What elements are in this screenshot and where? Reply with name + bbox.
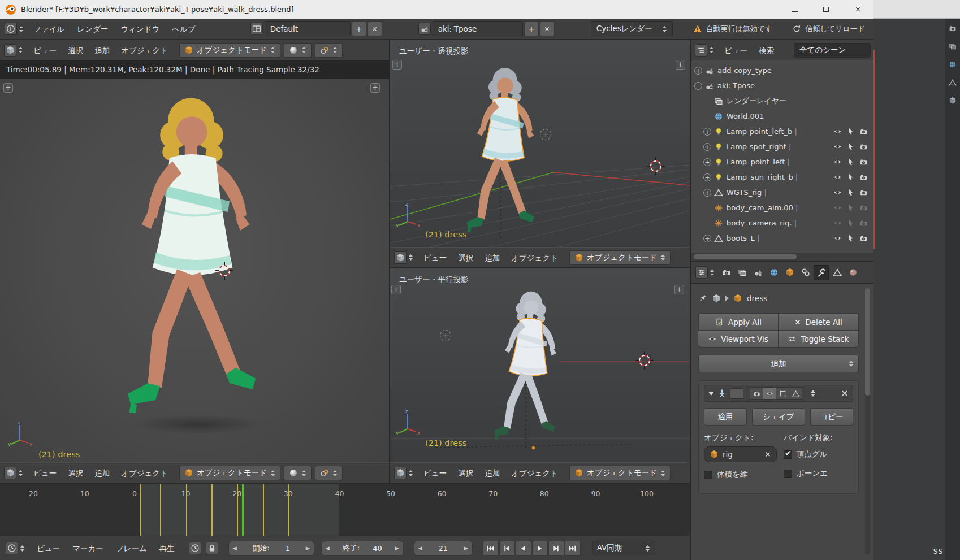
preserve-volume-checkbox[interactable]: 体積を維 xyxy=(704,467,777,483)
mode-dropdown[interactable]: オブジェクトモード xyxy=(569,250,671,265)
selectable-cursor-icon[interactable] xyxy=(846,234,855,242)
tab-data[interactable] xyxy=(829,265,845,280)
scrollbar-thumb[interactable] xyxy=(694,254,797,259)
renderable-camera-icon[interactable] xyxy=(859,234,868,242)
add-layout-button[interactable]: + xyxy=(352,21,366,36)
menu-item[interactable]: 選択 xyxy=(452,248,479,267)
outliner-row[interactable]: World.001 xyxy=(691,108,873,124)
tab-world[interactable] xyxy=(766,265,781,280)
expand-triangle-icon[interactable] xyxy=(708,392,714,396)
renderable-camera-icon[interactable] xyxy=(859,142,868,151)
menu-item[interactable]: ヘルプ xyxy=(166,19,201,38)
editor-type-button[interactable] xyxy=(394,467,413,479)
selectable-cursor-icon[interactable] xyxy=(846,142,855,151)
lock-icon[interactable] xyxy=(206,542,218,554)
visibility-eye-icon[interactable] xyxy=(833,142,842,151)
selectable-cursor-icon[interactable] xyxy=(846,203,855,212)
menu-item[interactable]: オブジェクト xyxy=(505,248,564,267)
renderable-camera-icon[interactable] xyxy=(859,188,868,197)
play-button[interactable] xyxy=(532,541,548,556)
minimize-button[interactable] xyxy=(779,0,810,19)
expand-toggle-icon[interactable]: − xyxy=(694,82,702,90)
region-expand-icon[interactable]: + xyxy=(676,60,685,70)
outliner-horizontal-scrollbar[interactable] xyxy=(691,253,873,261)
add-modifier-button[interactable]: 追加 xyxy=(698,355,859,372)
start-frame-field[interactable]: ◀ 開始: 1 ▶ xyxy=(228,541,314,556)
menu-item[interactable]: 追加 xyxy=(479,463,505,483)
region-expand-icon[interactable]: + xyxy=(3,83,13,93)
jump-end-button[interactable] xyxy=(565,541,581,556)
increment-arrow-icon[interactable]: ▶ xyxy=(395,545,399,551)
decrement-arrow-icon[interactable]: ◀ xyxy=(233,545,237,551)
visibility-eye-icon[interactable] xyxy=(833,158,842,166)
menu-item[interactable]: 再生 xyxy=(153,539,181,558)
renderable-camera-icon[interactable] xyxy=(859,158,868,166)
clear-x-icon[interactable] xyxy=(764,451,771,458)
scene-field[interactable]: aki:-Tpose xyxy=(433,21,523,36)
tab-render-layers[interactable] xyxy=(734,265,750,280)
empty-object-icon[interactable] xyxy=(438,328,453,344)
world-icon[interactable] xyxy=(949,60,957,68)
outliner-row[interactable]: +add-copy_type xyxy=(691,63,873,78)
copy-modifier-button[interactable]: コピー xyxy=(810,408,853,426)
scrollbar-thumb[interactable] xyxy=(865,288,870,396)
modifier-name-field[interactable] xyxy=(730,388,743,399)
menu-item[interactable]: ビュー xyxy=(418,248,452,267)
outliner-display-filter-dropdown[interactable]: 全てのシーン xyxy=(794,43,871,58)
expand-toggle-icon[interactable]: + xyxy=(703,235,711,242)
menu-item[interactable]: レンダー xyxy=(71,19,114,38)
maximize-button[interactable] xyxy=(810,0,842,19)
cage-toggle[interactable] xyxy=(789,387,802,400)
outliner-row[interactable]: −aki:-Tpose xyxy=(691,78,873,93)
menu-item[interactable]: オブジェクト xyxy=(115,463,174,483)
move-down-icon[interactable] xyxy=(811,394,815,397)
tab-constraints[interactable] xyxy=(798,265,813,280)
armature-object-field[interactable]: rig xyxy=(704,446,777,462)
tab-material[interactable] xyxy=(845,265,860,280)
render-toggle[interactable] xyxy=(750,387,763,400)
editor-type-button[interactable] xyxy=(695,44,714,57)
outliner-row[interactable]: body_cam_aim.00 xyxy=(691,200,873,215)
viewport-shading-dropdown[interactable] xyxy=(284,43,312,58)
keyframe-marker[interactable] xyxy=(288,484,289,536)
selectable-cursor-icon[interactable] xyxy=(846,219,855,227)
mesh-icon[interactable] xyxy=(949,79,957,86)
scene-icon[interactable] xyxy=(418,23,431,35)
play-reverse-button[interactable] xyxy=(516,541,531,556)
keyframe-marker[interactable] xyxy=(160,484,161,536)
region-expand-icon[interactable]: + xyxy=(391,285,401,294)
properties-scrollbar[interactable] xyxy=(865,288,870,554)
playhead[interactable] xyxy=(242,484,244,536)
viewport-persp-canvas[interactable]: ユーザー・透視投影 (21) dress + + xyxy=(390,40,690,247)
render-engine-dropdown[interactable]: Cyclesレンダー xyxy=(591,21,673,36)
av-sync-dropdown[interactable]: AV同期 xyxy=(592,541,655,555)
keyframe-marker[interactable] xyxy=(186,484,187,536)
editor-type-button[interactable] xyxy=(4,467,23,479)
menu-item[interactable]: オブジェクト xyxy=(115,41,174,60)
region-expand-icon[interactable]: + xyxy=(392,60,402,70)
pivot-dropdown[interactable] xyxy=(315,43,343,58)
jump-start-button[interactable] xyxy=(483,541,499,556)
editor-type-button[interactable] xyxy=(6,542,25,554)
editor-type-button[interactable] xyxy=(4,44,23,57)
menu-item[interactable]: 追加 xyxy=(89,463,115,483)
outliner-row[interactable]: body_camera_rig. xyxy=(691,215,873,231)
outliner-row[interactable]: +WGTS_rig xyxy=(691,185,873,200)
apply-as-shape-button[interactable]: シェイプ xyxy=(752,408,806,426)
editor-type-button[interactable] xyxy=(394,251,413,264)
outliner-row[interactable]: +boots_L xyxy=(691,231,873,246)
expand-toggle-icon[interactable]: + xyxy=(703,143,711,151)
pivot-dropdown[interactable] xyxy=(315,466,343,480)
mode-dropdown[interactable]: オブジェクトモード xyxy=(179,466,280,480)
menu-item[interactable]: 追加 xyxy=(89,41,115,60)
cursor-3d-icon[interactable] xyxy=(646,157,665,176)
bone-envelopes-checkbox[interactable]: ボーンエ xyxy=(784,466,853,481)
apply-all-button[interactable]: Apply All xyxy=(698,313,779,331)
editor-type-button[interactable] xyxy=(695,266,715,279)
menu-item[interactable]: ビュー xyxy=(28,41,62,60)
renderable-camera-icon[interactable] xyxy=(859,203,868,212)
region-expand-icon[interactable]: + xyxy=(370,83,380,93)
delete-modifier-icon[interactable] xyxy=(841,389,849,397)
toggle-stack-button[interactable]: Toggle Stack xyxy=(778,330,859,348)
viewport-rendered-canvas[interactable]: (21) dress + + xyxy=(0,79,389,462)
